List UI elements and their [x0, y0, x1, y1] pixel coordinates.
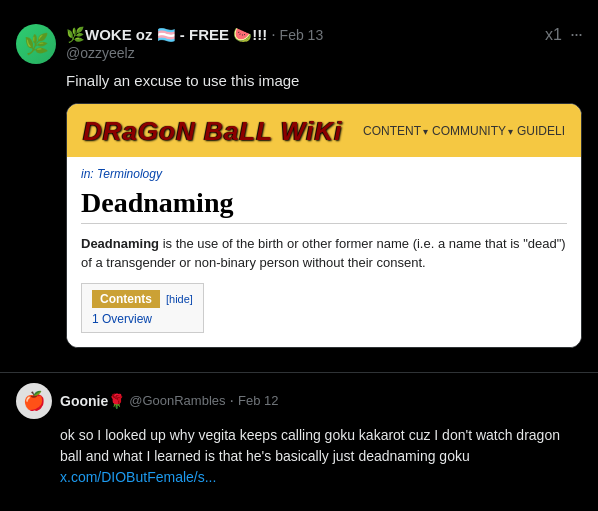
- wiki-page-title: Deadnaming: [81, 187, 567, 224]
- main-tweet: 🌿 🌿WOKE oz 🏳️‍⚧️ - FREE 🍉!!! · Feb 13 x1…: [0, 12, 598, 372]
- quoted-text-content: ok so I looked up why vegita keeps calli…: [60, 427, 560, 464]
- wiki-bold-term: Deadnaming: [81, 236, 159, 251]
- more-options-icon[interactable]: ···: [570, 24, 582, 45]
- tweet-header: 🌿 🌿WOKE oz 🏳️‍⚧️ - FREE 🍉!!! · Feb 13 x1…: [16, 24, 582, 64]
- wiki-toc-item-1[interactable]: 1 Overview: [92, 312, 193, 326]
- wiki-toc: Contents [hide] 1 Overview: [81, 283, 204, 333]
- quoted-tweet-header: 🍎 Goonie🌹 @GoonRambles · Feb 12: [16, 383, 582, 419]
- wiki-nav-content[interactable]: CONTENT ▾: [363, 124, 428, 138]
- tweet-text: Finally an excuse to use this image: [16, 70, 582, 93]
- wiki-toc-header: Contents [hide]: [92, 290, 193, 308]
- community-dropdown-arrow: ▾: [508, 126, 513, 137]
- quoted-tweet-link[interactable]: x.com/DIOButFemale/s...: [60, 469, 216, 485]
- wiki-toc-title: Contents: [92, 290, 160, 308]
- wiki-toc-hide-button[interactable]: [hide]: [166, 293, 193, 305]
- wiki-card-embed[interactable]: DRaGoN BaLL WiKi CONTENT ▾ COMMUNITY ▾ G…: [66, 103, 582, 348]
- quoted-tweet-text: ok so I looked up why vegita keeps calli…: [16, 425, 582, 488]
- tweet-actions: x1 ···: [545, 24, 582, 45]
- wiki-logo-text: DRaGoN BaLL WiKi: [83, 116, 342, 147]
- guidelines-nav-label: GUIDELI: [517, 124, 565, 138]
- quoted-tweet: 🍎 Goonie🌹 @GoonRambles · Feb 12 ok so I …: [0, 373, 598, 500]
- tweet-name-row: 🌿WOKE oz 🏳️‍⚧️ - FREE 🍉!!! · Feb 13 x1 ·…: [66, 24, 582, 45]
- quoted-dot-separator: ·: [230, 392, 234, 410]
- wiki-content-text: Deadnaming is the use of the birth or ot…: [81, 234, 567, 273]
- community-nav-label: COMMUNITY: [432, 124, 506, 138]
- quoted-name-row: Goonie🌹 @GoonRambles · Feb 12: [60, 392, 582, 410]
- wiki-body: in: Terminology Deadnaming Deadnaming is…: [67, 157, 581, 347]
- quoted-date: Feb 12: [238, 393, 278, 408]
- quoted-avatar[interactable]: 🍎: [16, 383, 52, 419]
- wiki-nav-guidelines[interactable]: GUIDELI: [517, 124, 565, 138]
- tweet-date: Feb 13: [280, 27, 324, 43]
- avatar[interactable]: 🌿: [16, 24, 56, 64]
- quoted-display-name: Goonie🌹: [60, 393, 125, 409]
- quoted-username: @GoonRambles: [129, 393, 225, 408]
- quoted-meta: Goonie🌹 @GoonRambles · Feb 12: [60, 392, 582, 410]
- wiki-nav-community[interactable]: COMMUNITY ▾: [432, 124, 513, 138]
- dot-separator: ·: [271, 26, 275, 44]
- wiki-logo: DRaGoN BaLL WiKi: [83, 116, 342, 147]
- wiki-nav: CONTENT ▾ COMMUNITY ▾ GUIDELI: [363, 124, 565, 138]
- x1-icon[interactable]: x1: [545, 26, 562, 44]
- wiki-breadcrumb: in: Terminology: [81, 167, 567, 181]
- username: @ozzyeelz: [66, 45, 582, 61]
- breadcrumb-link[interactable]: Terminology: [97, 167, 162, 181]
- breadcrumb-prefix: in:: [81, 167, 94, 181]
- quoted-name-group: Goonie🌹 @GoonRambles · Feb 12: [60, 392, 278, 410]
- display-name: 🌿WOKE oz 🏳️‍⚧️ - FREE 🍉!!!: [66, 26, 267, 44]
- content-nav-label: CONTENT: [363, 124, 421, 138]
- wiki-header: DRaGoN BaLL WiKi CONTENT ▾ COMMUNITY ▾ G…: [67, 104, 581, 157]
- content-dropdown-arrow: ▾: [423, 126, 428, 137]
- tweet-meta: 🌿WOKE oz 🏳️‍⚧️ - FREE 🍉!!! · Feb 13 x1 ·…: [66, 24, 582, 61]
- tweet-name-group: 🌿WOKE oz 🏳️‍⚧️ - FREE 🍉!!! · Feb 13: [66, 26, 323, 44]
